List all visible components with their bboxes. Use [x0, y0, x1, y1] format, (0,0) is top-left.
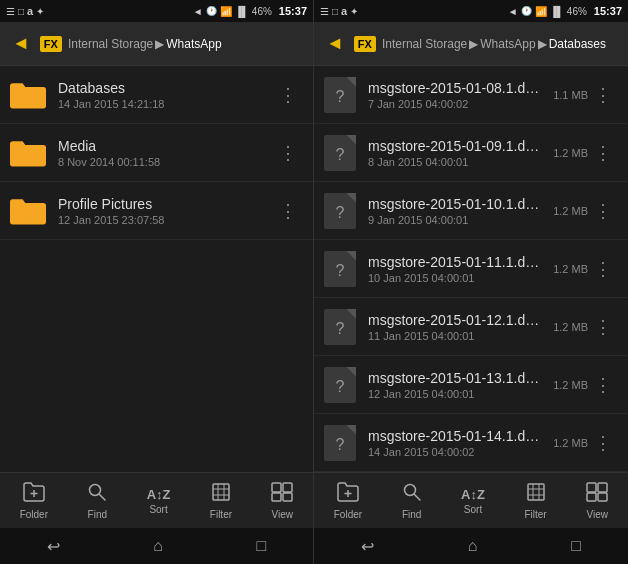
svg-point-15 [404, 484, 415, 495]
file-list-right[interactable]: ? msgstore-2015-01-08.1.db.... 7 Jan 201… [314, 66, 628, 472]
more-button-2[interactable]: ⋮ [588, 196, 618, 226]
more-button-media[interactable]: ⋮ [273, 138, 303, 168]
toolbar-right: ◄ FX Internal Storage ▶ WhatsApp ▶ Datab… [314, 22, 628, 66]
breadcrumb-r-databases: Databases [549, 37, 606, 51]
list-item[interactable]: ? msgstore-2015-01-09.1.db.... 8 Jan 201… [314, 124, 628, 182]
status-bar-right: ☰ □ a ✦ ◄ 🕐 📶 ▐▌ 46% 15:37 [314, 0, 628, 22]
sort-button-right[interactable]: A↕Z Sort [453, 483, 493, 519]
file-info-4: msgstore-2015-01-12.1.db.... 11 Jan 2015… [368, 312, 545, 342]
home-nav-right[interactable]: ⌂ [452, 531, 494, 561]
svg-rect-25 [598, 493, 607, 501]
file-size-4: 1.2 MB [553, 321, 588, 333]
more-button-databases[interactable]: ⋮ [273, 80, 303, 110]
folder-date-profile: 12 Jan 2015 23:07:58 [58, 214, 273, 226]
breadcrumb-r-sep1: ▶ [469, 37, 478, 51]
list-item[interactable]: Profile Pictures 12 Jan 2015 23:07:58 ⋮ [0, 182, 313, 240]
time-right: 15:37 [594, 5, 622, 17]
screenshot-icon-r: □ [332, 6, 338, 17]
sort-button-left[interactable]: A↕Z Sort [139, 483, 179, 519]
file-icon-3: ? [324, 251, 356, 287]
list-item[interactable]: ? msgstore-2015-01-11.1.db.... 10 Jan 20… [314, 240, 628, 298]
file-name-3: msgstore-2015-01-11.1.db.... [368, 254, 545, 270]
folder-button-right[interactable]: Folder [326, 478, 370, 524]
file-name-0: msgstore-2015-01-08.1.db.... [368, 80, 545, 96]
more-button-0[interactable]: ⋮ [588, 80, 618, 110]
status-icons-right: ◄ 🕐 📶 ▐▌ 46% 15:37 [193, 5, 307, 17]
filter-button-left[interactable]: Filter [202, 478, 240, 524]
nav-bar-right: ↩ ⌂ □ [314, 528, 628, 564]
recents-nav-left[interactable]: □ [241, 531, 283, 561]
file-size-1: 1.2 MB [553, 147, 588, 159]
breadcrumb-whatsapp: WhatsApp [166, 37, 221, 51]
file-info-2: msgstore-2015-01-10.1.db.... 9 Jan 2015 … [368, 196, 545, 226]
back-nav-right[interactable]: ↩ [345, 531, 390, 562]
status-icons-right-left: ☰ □ a ✦ [320, 5, 358, 17]
file-icon-6: ? [324, 425, 356, 461]
folder-name-databases: Databases [58, 80, 273, 96]
svg-rect-22 [587, 483, 596, 492]
folder-info-databases: Databases 14 Jan 2015 14:21:18 [58, 80, 273, 110]
file-info-1: msgstore-2015-01-09.1.db.... 8 Jan 2015 … [368, 138, 545, 168]
view-label-right: View [586, 509, 608, 520]
find-label-left: Find [88, 509, 107, 520]
find-button-right[interactable]: Find [394, 478, 430, 524]
list-item[interactable]: ? msgstore-2015-01-13.1.db.... 12 Jan 20… [314, 356, 628, 414]
toolbar-left: ◄ FX Internal Storage ▶ WhatsApp [0, 22, 313, 66]
breadcrumb-left: Internal Storage ▶ WhatsApp [68, 37, 222, 51]
add-folder-icon [23, 482, 45, 507]
file-date-4: 11 Jan 2015 04:00:01 [368, 330, 545, 342]
back-button-right[interactable]: ◄ [322, 29, 348, 58]
list-item[interactable]: Databases 14 Jan 2015 14:21:18 ⋮ [0, 66, 313, 124]
file-size-2: 1.2 MB [553, 205, 588, 217]
wifi-icon-r: 📶 [535, 6, 547, 17]
recents-nav-right[interactable]: □ [555, 531, 597, 561]
star-icon: ✦ [36, 6, 44, 17]
file-info-6: msgstore-2015-01-14.1.db.... 14 Jan 2015… [368, 428, 545, 458]
view-icon-left [271, 482, 293, 507]
home-nav-left[interactable]: ⌂ [137, 531, 179, 561]
status-bar-left: ☰ □ a ✦ ◄ 🕐 📶 ▐▌ 46% 15:37 [0, 0, 313, 22]
more-button-5[interactable]: ⋮ [588, 370, 618, 400]
volume-icon: ◄ [193, 6, 203, 17]
back-button-left[interactable]: ◄ [8, 29, 34, 58]
find-button-left[interactable]: Find [79, 478, 115, 524]
volume-icon-r: ◄ [508, 6, 518, 17]
star-icon-r: ✦ [350, 6, 358, 17]
bottom-toolbar-left: Folder Find A↕Z Sort [0, 472, 313, 528]
status-icons-right-right: ◄ 🕐 📶 ▐▌ 46% 15:37 [508, 5, 622, 17]
more-button-4[interactable]: ⋮ [588, 312, 618, 342]
file-name-2: msgstore-2015-01-10.1.db.... [368, 196, 545, 212]
search-icon-left [87, 482, 107, 507]
svg-rect-17 [528, 484, 544, 500]
view-label-left: View [272, 509, 294, 520]
list-item[interactable]: ? msgstore-2015-01-08.1.db.... 7 Jan 201… [314, 66, 628, 124]
file-size-6: 1.2 MB [553, 437, 588, 449]
file-date-5: 12 Jan 2015 04:00:01 [368, 388, 545, 400]
more-button-1[interactable]: ⋮ [588, 138, 618, 168]
status-icons-left: ☰ □ a ✦ [6, 5, 44, 17]
breadcrumb-r-whatsapp: WhatsApp [480, 37, 535, 51]
view-button-left[interactable]: View [263, 478, 301, 524]
more-button-6[interactable]: ⋮ [588, 428, 618, 458]
folder-list-left[interactable]: Databases 14 Jan 2015 14:21:18 ⋮ Media 8… [0, 66, 313, 472]
back-nav-left[interactable]: ↩ [31, 531, 76, 562]
list-item[interactable]: Media 8 Nov 2014 00:11:58 ⋮ [0, 124, 313, 182]
svg-rect-11 [272, 493, 281, 501]
breadcrumb-sep1: ▶ [155, 37, 164, 51]
filter-icon-right [526, 482, 546, 507]
more-button-profile[interactable]: ⋮ [273, 196, 303, 226]
more-button-3[interactable]: ⋮ [588, 254, 618, 284]
folder-button-left[interactable]: Folder [12, 478, 56, 524]
alarm-icon: 🕐 [206, 6, 217, 16]
folder-label-left: Folder [20, 509, 48, 520]
menu-icon-r: ☰ [320, 6, 329, 17]
menu-icon: ☰ [6, 6, 15, 17]
list-item[interactable]: ? msgstore-2015-01-12.1.db.... 11 Jan 20… [314, 298, 628, 356]
signal-icon-r: ▐▌ [550, 6, 564, 17]
folder-date-databases: 14 Jan 2015 14:21:18 [58, 98, 273, 110]
folder-info-media: Media 8 Nov 2014 00:11:58 [58, 138, 273, 168]
view-button-right[interactable]: View [578, 478, 616, 524]
filter-button-right[interactable]: Filter [516, 478, 554, 524]
list-item[interactable]: ? msgstore-2015-01-10.1.db.... 9 Jan 201… [314, 182, 628, 240]
list-item[interactable]: ? msgstore-2015-01-14.1.db.... 14 Jan 20… [314, 414, 628, 472]
